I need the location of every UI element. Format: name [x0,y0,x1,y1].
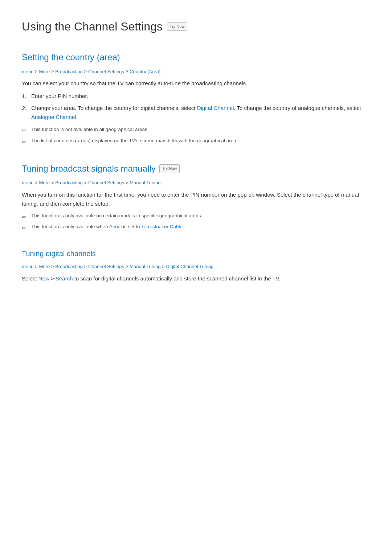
note-2: ✏ The list of countries (areas) displaye… [22,137,370,146]
pencil-icon: ✏ [22,223,28,232]
terrestrial-link[interactable]: Terrestrial [141,224,163,229]
search-link[interactable]: Search [56,275,73,282]
breadcrumb-channel-settings[interactable]: Channel Settings [88,263,124,271]
note-1: ✏ This function is not available in all … [22,126,370,135]
section1-notes: ✏ This function is not available in all … [22,126,370,146]
breadcrumb-menu[interactable]: menu [22,68,34,76]
breadcrumb-broadcasting[interactable]: Broadcasting [55,263,83,271]
section-setting-country: Setting the country (area) menu > More >… [22,50,370,146]
breadcrumb-menu[interactable]: menu [22,263,34,271]
breadcrumb-broadcasting[interactable]: Broadcasting [55,179,83,187]
page-title: Using the Channel Settings Try Now [22,17,370,36]
digital-channel-link[interactable]: Digital Channel [197,105,234,111]
note-2: ✏ This function is only available when A… [22,223,370,232]
section3-breadcrumb: menu > More > Broadcasting > Channel Set… [22,263,370,271]
section-tuning-digital: Tuning digital channels menu > More > Br… [22,248,370,283]
step-2: 2. Change your area. To change the count… [22,104,370,122]
section1-body: You can select your country so that the … [22,79,370,88]
section1-steps: 1. Enter your PIN number. 2. Change your… [22,92,370,122]
breadcrumb-broadcasting[interactable]: Broadcasting [55,68,83,76]
step-1: 1. Enter your PIN number. [22,92,370,101]
pencil-icon: ✏ [22,213,28,221]
section2-notes: ✏ This function is only available on cer… [22,212,370,232]
section2-try-now-badge[interactable]: Try Now [159,164,180,173]
section2-body: When you turn on this function for the f… [22,190,370,209]
breadcrumb-digital-channel-tuning[interactable]: Digital Channel Tuning [166,263,213,271]
section-tuning-manually: Tuning broadcast signals manually Try No… [22,162,370,232]
breadcrumb-more[interactable]: More [39,263,50,271]
pencil-icon: ✏ [22,126,28,135]
breadcrumb-menu[interactable]: menu [22,179,34,187]
pencil-icon: ✏ [22,138,28,146]
breadcrumb-more[interactable]: More [39,68,50,76]
section1-breadcrumb: menu > More > Broadcasting > Channel Set… [22,68,370,76]
breadcrumb-country-area[interactable]: Country (Area) [130,68,160,76]
section3-title: Tuning digital channels [22,248,370,259]
breadcrumb-channel-settings[interactable]: Channel Settings [88,179,124,187]
note-1: ✏ This function is only available on cer… [22,212,370,221]
analogue-channel-link[interactable]: Analogue Channel [31,114,76,120]
cable-link[interactable]: Cable [170,224,183,229]
breadcrumb-channel-settings[interactable]: Channel Settings [88,68,124,76]
aerial-link[interactable]: Aerial [109,224,122,229]
new-link[interactable]: New [38,275,49,282]
section3-body: Select New > Search to scan for digital … [22,274,370,283]
breadcrumb-more[interactable]: More [39,179,50,187]
breadcrumb-manual-tuning[interactable]: Manual Tuning [130,179,160,187]
breadcrumb-manual-tuning[interactable]: Manual Tuning [130,263,160,271]
section2-title: Tuning broadcast signals manually Try No… [22,162,370,176]
section1-title: Setting the country (area) [22,50,370,64]
section2-breadcrumb: menu > More > Broadcasting > Channel Set… [22,179,370,187]
try-now-badge[interactable]: Try Now [167,22,188,31]
